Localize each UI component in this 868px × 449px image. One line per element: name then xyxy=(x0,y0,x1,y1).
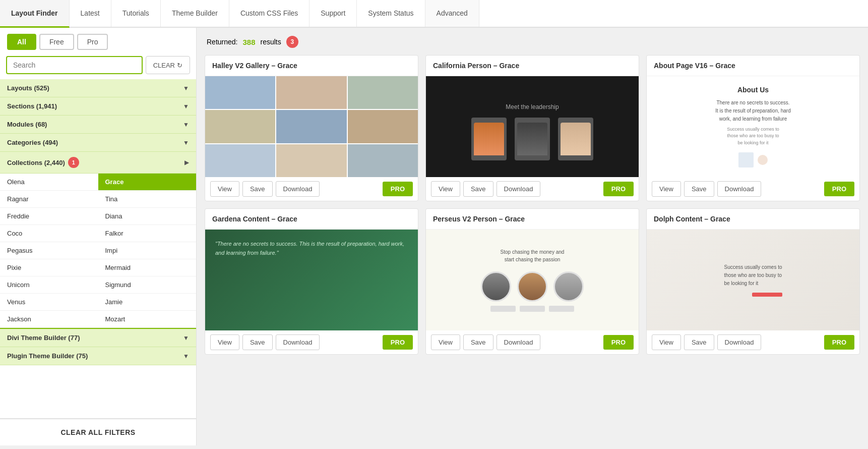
chevron-down-icon: ▼ xyxy=(183,353,189,360)
chevron-right-icon: ▶ xyxy=(184,159,189,166)
filter-tab-free[interactable]: Free xyxy=(39,34,74,50)
chevron-down-icon: ▼ xyxy=(183,139,189,146)
cards-grid: Halley V2 Gallery – Grace ViewSaveDownlo… xyxy=(205,55,860,355)
search-input[interactable] xyxy=(6,56,143,74)
card-download-button[interactable]: Download xyxy=(717,181,762,197)
card-download-button[interactable]: Download xyxy=(276,181,320,197)
collections-submenu: OlenaRagnarFreddieCocoPegasusPixieUnicor… xyxy=(0,174,196,329)
card-view-button[interactable]: View xyxy=(210,334,239,350)
card-view-button[interactable]: View xyxy=(431,181,460,197)
card-save-button[interactable]: Save xyxy=(684,181,714,197)
collection-item-jamie[interactable]: Jamie xyxy=(98,294,197,311)
card-actions: ViewSaveDownloadPRO xyxy=(426,177,639,201)
gardena-image: "There are no secrets to success. This i… xyxy=(205,230,418,330)
card-download-button[interactable]: Download xyxy=(497,334,541,350)
card-image: Stop chasing the money andstart chasing … xyxy=(426,230,639,330)
collection-item-venus[interactable]: Venus xyxy=(0,294,98,311)
card-dolph: Dolph Content – Grace Success usually co… xyxy=(646,208,860,355)
collection-item-mozart[interactable]: Mozart xyxy=(98,311,197,328)
collections-col-2: GraceTinaDianaFalkorImpiMermaidSigmundJa… xyxy=(98,174,197,328)
nav-item-tutorials[interactable]: Tutorials xyxy=(111,0,161,27)
collections-label: Collections (2,440) xyxy=(7,159,65,166)
filter-section-modules[interactable]: Modules (68) ▼ xyxy=(0,116,196,134)
clear-all-filters-button[interactable]: CLEAR ALL FILTERS xyxy=(0,418,196,445)
card-save-button[interactable]: Save xyxy=(463,181,493,197)
collection-item-diana[interactable]: Diana xyxy=(98,208,197,225)
card-view-button[interactable]: View xyxy=(431,334,460,350)
filter-tab-all[interactable]: All xyxy=(7,34,36,50)
filter-section-categories[interactable]: Categories (494) ▼ xyxy=(0,134,196,152)
clear-button[interactable]: CLEAR xyxy=(146,56,190,74)
card-title: Halley V2 Gallery – Grace xyxy=(205,55,418,76)
collection-item-coco[interactable]: Coco xyxy=(0,225,98,242)
pro-badge: PRO xyxy=(824,182,854,196)
nav-item-custom-css[interactable]: Custom CSS Files xyxy=(229,0,309,27)
card-image: "There are no secrets to success. This i… xyxy=(205,230,418,330)
card-download-button[interactable]: Download xyxy=(497,181,541,197)
card-view-button[interactable]: View xyxy=(652,181,681,197)
filter-section-sections[interactable]: Sections (1,941) ▼ xyxy=(0,97,196,116)
card-save-button[interactable]: Save xyxy=(463,334,493,350)
collection-item-ragnar[interactable]: Ragnar xyxy=(0,191,98,208)
collections-label-row: Collections (2,440) 1 xyxy=(7,157,79,168)
card-view-button[interactable]: View xyxy=(652,334,681,350)
card-view-button[interactable]: View xyxy=(210,181,239,197)
card-actions: ViewSaveDownloadPRO xyxy=(205,330,418,354)
filter-tabs: AllFreePro xyxy=(0,28,196,54)
collection-item-freddie[interactable]: Freddie xyxy=(0,208,98,225)
card-save-button[interactable]: Save xyxy=(242,334,273,350)
collections-badge: 1 xyxy=(68,157,79,168)
nav-item-advanced[interactable]: Advanced xyxy=(425,0,479,27)
chevron-down-icon: ▼ xyxy=(183,85,189,92)
collection-item-sigmund[interactable]: Sigmund xyxy=(98,276,197,294)
refresh-icon xyxy=(177,62,182,69)
collection-item-olena[interactable]: Olena xyxy=(0,174,98,191)
section-label: Sections (1,941) xyxy=(7,102,57,110)
card-actions: ViewSaveDownloadPRO xyxy=(426,330,639,354)
section-label: Divi Theme Builder (77) xyxy=(7,334,80,342)
collection-item-falkor[interactable]: Falkor xyxy=(98,225,197,242)
chevron-down-icon: ▼ xyxy=(183,334,189,342)
card-save-button[interactable]: Save xyxy=(242,181,273,197)
filter-section-layouts[interactable]: Layouts (525) ▼ xyxy=(0,79,196,97)
collection-item-jackson[interactable]: Jackson xyxy=(0,311,98,328)
card-save-button[interactable]: Save xyxy=(684,334,714,350)
results-badge: 3 xyxy=(286,36,298,48)
results-prefix: Returned: xyxy=(207,38,237,46)
card-download-button[interactable]: Download xyxy=(717,334,762,350)
card-title: California Person – Grace xyxy=(426,55,639,76)
card-about: About Page V16 – Grace About Us There ar… xyxy=(646,55,860,201)
filter-tab-pro[interactable]: Pro xyxy=(77,34,108,50)
filter-section-collections[interactable]: Collections (2,440) 1 ▶ xyxy=(0,152,196,174)
card-download-button[interactable]: Download xyxy=(276,334,320,350)
content-area: Returned: 388 results 3 Halley V2 Galler… xyxy=(197,28,868,445)
results-count: 388 xyxy=(242,38,255,46)
nav-item-layout-finder[interactable]: Layout Finder xyxy=(0,0,70,28)
nav-item-theme-builder[interactable]: Theme Builder xyxy=(161,0,229,27)
card-actions: ViewSaveDownloadPRO xyxy=(647,177,859,201)
card-title: Gardena Content – Grace xyxy=(205,209,418,230)
filter-section-divi-builder[interactable]: Divi Theme Builder (77) ▼ xyxy=(0,329,196,347)
card-image xyxy=(205,76,418,177)
nav-item-support[interactable]: Support xyxy=(309,0,357,27)
filter-section-plugin-builder[interactable]: Plugin Theme Builder (75) ▼ xyxy=(0,347,196,365)
nav-item-latest[interactable]: Latest xyxy=(70,0,111,27)
clear-label: CLEAR xyxy=(153,62,175,69)
card-title: Perseus V2 Person – Grace xyxy=(426,209,639,230)
collection-item-mermaid[interactable]: Mermaid xyxy=(98,259,197,276)
card-title: About Page V16 – Grace xyxy=(647,55,859,76)
section-label: Plugin Theme Builder (75) xyxy=(7,352,88,360)
collection-item-pegasus[interactable]: Pegasus xyxy=(0,242,98,259)
dolph-image: Success usually comes tothose who are to… xyxy=(647,230,859,330)
nav-item-system-status[interactable]: System Status xyxy=(357,0,425,27)
pro-badge: PRO xyxy=(383,335,413,350)
card-image: Meet the leadership xyxy=(426,76,639,177)
collection-item-pixie[interactable]: Pixie xyxy=(0,259,98,276)
collections-col-1: OlenaRagnarFreddieCocoPegasusPixieUnicor… xyxy=(0,174,98,328)
card-halley: Halley V2 Gallery – Grace ViewSaveDownlo… xyxy=(205,55,418,201)
collection-item-unicorn[interactable]: Unicorn xyxy=(0,276,98,294)
collection-item-tina[interactable]: Tina xyxy=(98,191,197,208)
card-title: Dolph Content – Grace xyxy=(647,209,859,230)
collection-item-impi[interactable]: Impi xyxy=(98,242,197,259)
collection-item-grace[interactable]: Grace xyxy=(98,174,197,191)
